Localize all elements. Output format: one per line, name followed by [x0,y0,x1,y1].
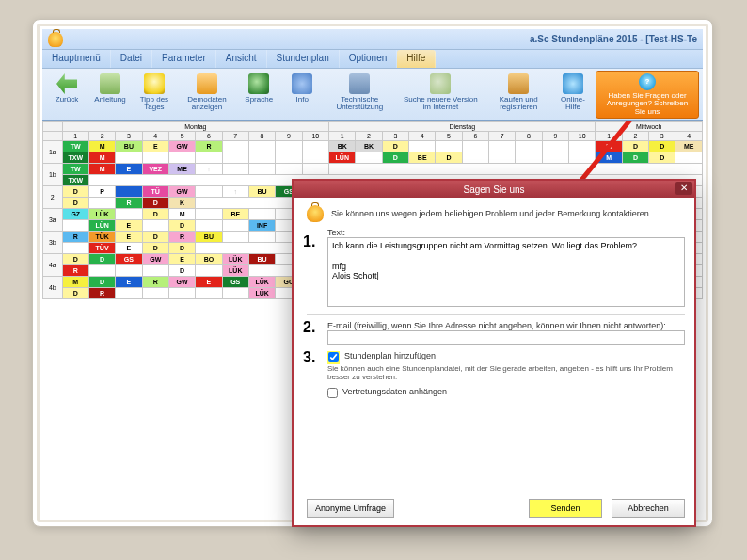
tab-datei[interactable]: Datei [111,50,152,68]
tab-hauptmenu[interactable]: Hauptmenü [42,50,111,68]
class-label-3a: 3a [43,209,63,232]
bell-icon [307,205,324,222]
feedback-text-input[interactable] [327,237,685,307]
day-header-wednesday: Mittwoch [596,122,703,132]
email-label: E-mail (freiwillig, wenn Sie Ihre Adress… [327,321,666,330]
dialog-close-button[interactable]: ✕ [675,182,692,195]
feedback-dialog: Sagen Sie uns ✕ Sie können uns wegen jed… [292,179,696,527]
day-header-monday: Montag [62,122,328,132]
question-icon: ? [639,73,656,90]
dialog-title: Sagen Sie uns [463,184,524,195]
feedback-cta-button[interactable]: ? Haben Sie Fragen oder Anregungen? Schr… [596,71,699,119]
day-header-tuesday: Dienstag [329,122,596,132]
attach-checkbox-highlight [327,351,340,364]
info-icon [292,73,312,94]
class-label-4b: 4b [43,277,63,299]
send-button[interactable]: Senden [529,499,602,518]
buy-register-button[interactable]: Kaufen und registrieren [486,71,550,119]
globe-icon [248,73,269,94]
online-help-button[interactable]: Online-Hilfe [552,71,594,119]
cancel-button[interactable]: Abbrechen [612,499,685,518]
box-icon [508,73,529,94]
lightbulb-icon [144,73,165,94]
demo-icon [197,73,217,94]
back-arrow-icon [56,73,77,94]
tab-parameter[interactable]: Parameter [152,50,216,68]
tab-stundenplan[interactable]: Stundenplan [267,50,340,68]
dialog-titlebar: Sagen Sie uns ✕ [294,181,694,198]
subst-label: Vertretungsdaten anhängen [342,387,447,396]
title-bar: a.Sc Stundenpläne 2015 - [Test-HS-Te [42,29,703,50]
help-icon [563,73,583,94]
menu-bar: Hauptmenü Datei Parameter Ansicht Stunde… [42,50,703,69]
attach-label: Stundenplan hinzufügen [344,351,436,360]
anonymous-survey-button[interactable]: Anonyme Umfrage [307,499,394,518]
info-button[interactable]: Info [281,71,323,119]
back-button[interactable]: Zurück [46,71,87,119]
window-title: a.Sc Stundenpläne 2015 - [Test-HS-Te [530,34,697,44]
magnifier-icon [430,73,451,94]
class-label-1b: 1b [43,164,63,186]
separator [307,314,685,315]
support-button[interactable]: Technische Unterstützung [325,71,394,119]
class-label-4a: 4a [43,254,63,277]
step-3-label: 3. [303,349,315,366]
attach-timetable-checkbox[interactable] [328,352,339,362]
book-icon [100,73,120,94]
manual-button[interactable]: Anleitung [89,71,131,119]
tab-ansicht[interactable]: Ansicht [216,50,267,68]
tab-hilfe[interactable]: Hilfe [397,50,436,68]
text-label: Text: [327,228,345,237]
demo-data-button[interactable]: Demodaten anzeigen [178,71,236,119]
dialog-lead: Sie können uns wegen jedem beliebigen Pr… [307,205,685,222]
app-icon [48,32,63,47]
class-label-2: 2 [43,186,63,209]
tab-optionen[interactable]: Optionen [340,50,398,68]
tip-of-day-button[interactable]: Tipp des Tages [133,71,176,119]
support-icon [349,73,370,94]
class-label-1a: 1a [43,141,63,164]
step-1-label: 1. [303,233,315,250]
toolbar: Zurück Anleitung Tipp des Tages Demodate… [42,69,703,121]
attach-substitution-checkbox[interactable] [327,388,338,398]
language-button[interactable]: Sprache [238,71,279,119]
class-label-3b: 3b [43,232,63,254]
check-update-button[interactable]: Suche neuere Version im Internet [396,71,485,119]
step-2-label: 2. [303,319,315,336]
email-input[interactable] [327,330,685,345]
attach-hint: Sie können auch eine Stundenplandatei, m… [327,364,685,381]
